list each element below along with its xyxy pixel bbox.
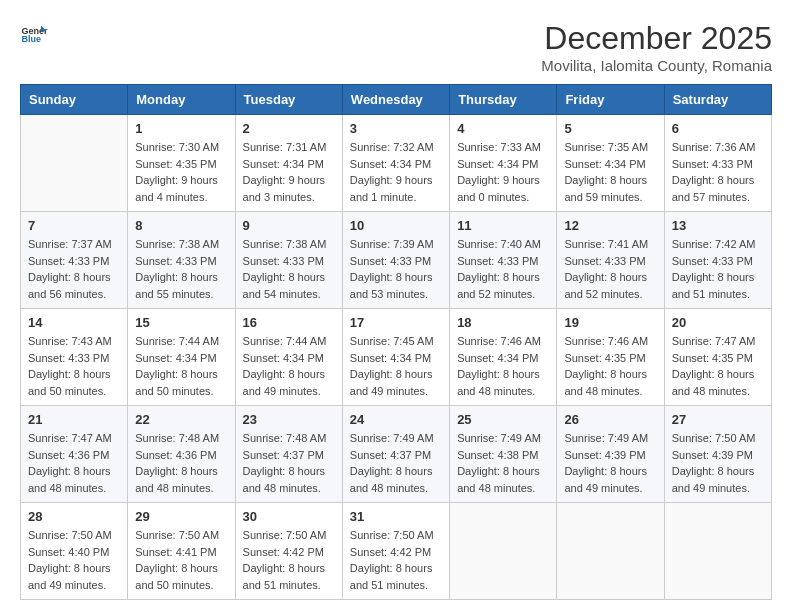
title-block: December 2025 Movilita, Ialomita County,…	[541, 20, 772, 74]
day-info: Sunrise: 7:39 AM Sunset: 4:33 PM Dayligh…	[350, 236, 442, 302]
day-info: Sunrise: 7:50 AM Sunset: 4:41 PM Dayligh…	[135, 527, 227, 593]
day-info: Sunrise: 7:36 AM Sunset: 4:33 PM Dayligh…	[672, 139, 764, 205]
logo: General Blue	[20, 20, 48, 48]
page-header: General Blue December 2025 Movilita, Ial…	[20, 20, 772, 74]
day-number: 8	[135, 218, 227, 233]
calendar-day-cell: 2Sunrise: 7:31 AM Sunset: 4:34 PM Daylig…	[235, 115, 342, 212]
calendar-day-cell	[664, 503, 771, 600]
day-info: Sunrise: 7:33 AM Sunset: 4:34 PM Dayligh…	[457, 139, 549, 205]
calendar-day-cell: 14Sunrise: 7:43 AM Sunset: 4:33 PM Dayli…	[21, 309, 128, 406]
weekday-header: Saturday	[664, 85, 771, 115]
day-info: Sunrise: 7:46 AM Sunset: 4:34 PM Dayligh…	[457, 333, 549, 399]
day-number: 5	[564, 121, 656, 136]
day-number: 30	[243, 509, 335, 524]
day-number: 1	[135, 121, 227, 136]
day-info: Sunrise: 7:46 AM Sunset: 4:35 PM Dayligh…	[564, 333, 656, 399]
day-info: Sunrise: 7:50 AM Sunset: 4:40 PM Dayligh…	[28, 527, 120, 593]
day-info: Sunrise: 7:49 AM Sunset: 4:39 PM Dayligh…	[564, 430, 656, 496]
calendar-day-cell: 24Sunrise: 7:49 AM Sunset: 4:37 PM Dayli…	[342, 406, 449, 503]
calendar-day-cell: 19Sunrise: 7:46 AM Sunset: 4:35 PM Dayli…	[557, 309, 664, 406]
day-info: Sunrise: 7:50 AM Sunset: 4:39 PM Dayligh…	[672, 430, 764, 496]
day-number: 15	[135, 315, 227, 330]
day-number: 4	[457, 121, 549, 136]
calendar-day-cell: 21Sunrise: 7:47 AM Sunset: 4:36 PM Dayli…	[21, 406, 128, 503]
day-info: Sunrise: 7:41 AM Sunset: 4:33 PM Dayligh…	[564, 236, 656, 302]
calendar-day-cell: 20Sunrise: 7:47 AM Sunset: 4:35 PM Dayli…	[664, 309, 771, 406]
day-number: 9	[243, 218, 335, 233]
calendar-week-row: 21Sunrise: 7:47 AM Sunset: 4:36 PM Dayli…	[21, 406, 772, 503]
calendar-day-cell: 16Sunrise: 7:44 AM Sunset: 4:34 PM Dayli…	[235, 309, 342, 406]
calendar-day-cell: 31Sunrise: 7:50 AM Sunset: 4:42 PM Dayli…	[342, 503, 449, 600]
day-number: 12	[564, 218, 656, 233]
logo-icon: General Blue	[20, 20, 48, 48]
weekday-header: Thursday	[450, 85, 557, 115]
calendar-table: SundayMondayTuesdayWednesdayThursdayFrid…	[20, 84, 772, 600]
day-info: Sunrise: 7:47 AM Sunset: 4:35 PM Dayligh…	[672, 333, 764, 399]
day-number: 14	[28, 315, 120, 330]
calendar-week-row: 28Sunrise: 7:50 AM Sunset: 4:40 PM Dayli…	[21, 503, 772, 600]
day-info: Sunrise: 7:44 AM Sunset: 4:34 PM Dayligh…	[243, 333, 335, 399]
calendar-day-cell: 13Sunrise: 7:42 AM Sunset: 4:33 PM Dayli…	[664, 212, 771, 309]
calendar-day-cell: 23Sunrise: 7:48 AM Sunset: 4:37 PM Dayli…	[235, 406, 342, 503]
day-info: Sunrise: 7:42 AM Sunset: 4:33 PM Dayligh…	[672, 236, 764, 302]
calendar-day-cell: 27Sunrise: 7:50 AM Sunset: 4:39 PM Dayli…	[664, 406, 771, 503]
day-info: Sunrise: 7:44 AM Sunset: 4:34 PM Dayligh…	[135, 333, 227, 399]
day-number: 11	[457, 218, 549, 233]
day-number: 10	[350, 218, 442, 233]
day-info: Sunrise: 7:37 AM Sunset: 4:33 PM Dayligh…	[28, 236, 120, 302]
calendar-day-cell: 8Sunrise: 7:38 AM Sunset: 4:33 PM Daylig…	[128, 212, 235, 309]
calendar-day-cell: 29Sunrise: 7:50 AM Sunset: 4:41 PM Dayli…	[128, 503, 235, 600]
calendar-day-cell: 1Sunrise: 7:30 AM Sunset: 4:35 PM Daylig…	[128, 115, 235, 212]
day-info: Sunrise: 7:40 AM Sunset: 4:33 PM Dayligh…	[457, 236, 549, 302]
day-info: Sunrise: 7:50 AM Sunset: 4:42 PM Dayligh…	[350, 527, 442, 593]
day-info: Sunrise: 7:31 AM Sunset: 4:34 PM Dayligh…	[243, 139, 335, 205]
calendar-week-row: 1Sunrise: 7:30 AM Sunset: 4:35 PM Daylig…	[21, 115, 772, 212]
day-number: 16	[243, 315, 335, 330]
day-number: 13	[672, 218, 764, 233]
calendar-day-cell	[557, 503, 664, 600]
calendar-week-row: 7Sunrise: 7:37 AM Sunset: 4:33 PM Daylig…	[21, 212, 772, 309]
day-number: 23	[243, 412, 335, 427]
calendar-day-cell: 25Sunrise: 7:49 AM Sunset: 4:38 PM Dayli…	[450, 406, 557, 503]
day-number: 31	[350, 509, 442, 524]
day-info: Sunrise: 7:50 AM Sunset: 4:42 PM Dayligh…	[243, 527, 335, 593]
calendar-day-cell: 15Sunrise: 7:44 AM Sunset: 4:34 PM Dayli…	[128, 309, 235, 406]
weekday-header: Sunday	[21, 85, 128, 115]
calendar-day-cell: 10Sunrise: 7:39 AM Sunset: 4:33 PM Dayli…	[342, 212, 449, 309]
day-number: 18	[457, 315, 549, 330]
calendar-day-cell: 28Sunrise: 7:50 AM Sunset: 4:40 PM Dayli…	[21, 503, 128, 600]
day-number: 28	[28, 509, 120, 524]
weekday-header: Wednesday	[342, 85, 449, 115]
location-title: Movilita, Ialomita County, Romania	[541, 57, 772, 74]
calendar-day-cell: 6Sunrise: 7:36 AM Sunset: 4:33 PM Daylig…	[664, 115, 771, 212]
day-number: 22	[135, 412, 227, 427]
calendar-day-cell: 4Sunrise: 7:33 AM Sunset: 4:34 PM Daylig…	[450, 115, 557, 212]
calendar-day-cell: 22Sunrise: 7:48 AM Sunset: 4:36 PM Dayli…	[128, 406, 235, 503]
day-info: Sunrise: 7:48 AM Sunset: 4:37 PM Dayligh…	[243, 430, 335, 496]
calendar-day-cell: 12Sunrise: 7:41 AM Sunset: 4:33 PM Dayli…	[557, 212, 664, 309]
calendar-day-cell: 3Sunrise: 7:32 AM Sunset: 4:34 PM Daylig…	[342, 115, 449, 212]
day-number: 17	[350, 315, 442, 330]
day-number: 19	[564, 315, 656, 330]
day-number: 29	[135, 509, 227, 524]
day-info: Sunrise: 7:32 AM Sunset: 4:34 PM Dayligh…	[350, 139, 442, 205]
calendar-day-cell: 9Sunrise: 7:38 AM Sunset: 4:33 PM Daylig…	[235, 212, 342, 309]
day-info: Sunrise: 7:45 AM Sunset: 4:34 PM Dayligh…	[350, 333, 442, 399]
calendar-day-cell: 7Sunrise: 7:37 AM Sunset: 4:33 PM Daylig…	[21, 212, 128, 309]
day-info: Sunrise: 7:30 AM Sunset: 4:35 PM Dayligh…	[135, 139, 227, 205]
day-info: Sunrise: 7:38 AM Sunset: 4:33 PM Dayligh…	[135, 236, 227, 302]
calendar-day-cell: 30Sunrise: 7:50 AM Sunset: 4:42 PM Dayli…	[235, 503, 342, 600]
calendar-week-row: 14Sunrise: 7:43 AM Sunset: 4:33 PM Dayli…	[21, 309, 772, 406]
day-info: Sunrise: 7:48 AM Sunset: 4:36 PM Dayligh…	[135, 430, 227, 496]
svg-text:Blue: Blue	[21, 34, 41, 44]
calendar-day-cell: 5Sunrise: 7:35 AM Sunset: 4:34 PM Daylig…	[557, 115, 664, 212]
weekday-header: Monday	[128, 85, 235, 115]
weekday-header: Friday	[557, 85, 664, 115]
calendar-day-cell	[450, 503, 557, 600]
calendar-day-cell: 17Sunrise: 7:45 AM Sunset: 4:34 PM Dayli…	[342, 309, 449, 406]
day-number: 20	[672, 315, 764, 330]
weekday-header: Tuesday	[235, 85, 342, 115]
day-number: 3	[350, 121, 442, 136]
day-info: Sunrise: 7:35 AM Sunset: 4:34 PM Dayligh…	[564, 139, 656, 205]
day-info: Sunrise: 7:43 AM Sunset: 4:33 PM Dayligh…	[28, 333, 120, 399]
